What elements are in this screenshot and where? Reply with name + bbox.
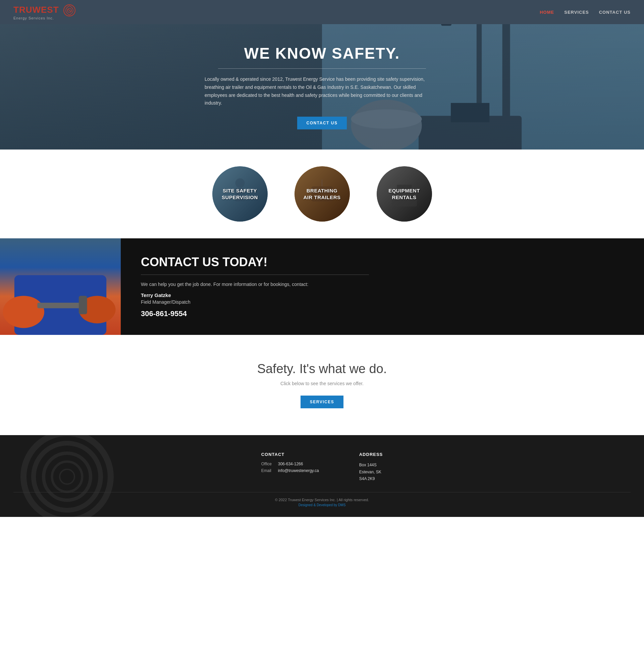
footer-address-1: Box 144S — [359, 462, 383, 468]
svg-rect-7 — [441, 24, 451, 26]
footer-address-2: Estevan, SK — [359, 469, 383, 475]
footer-address-heading: ADDRESS — [359, 452, 383, 457]
services-section: SITE SAFETYSUPERVISION BREATHINGAIR TRAI… — [0, 149, 644, 238]
svg-rect-4 — [477, 24, 482, 109]
footer-address-col: ADDRESS Box 144S Estevan, SK S4A 2K9 — [359, 452, 383, 482]
main-nav: HOME SERVICES CONTACT US — [540, 10, 631, 15]
tagline-section: Safety. It's what we do. Click below to … — [0, 335, 644, 435]
footer-dms-brand: DMS — [338, 503, 345, 507]
service-breathing[interactable]: BREATHINGAIR TRAILERS — [295, 166, 350, 222]
footer-copyright: © 2022 Truwest Energy Services Inc. | Al… — [13, 498, 631, 502]
contact-name: Terry Gatzke — [141, 292, 624, 298]
contact-content: CONTACT US TODAY! We can help you get th… — [121, 238, 644, 335]
logo: TRUWEST Energy Services Inc. — [13, 4, 76, 20]
service-safety-label: SITE SAFETYSUPERVISION — [222, 187, 258, 201]
worker-image — [0, 238, 121, 335]
nav-home[interactable]: HOME — [540, 10, 554, 15]
hero-body: Locally owned & operated since 2012, Tru… — [205, 75, 439, 107]
hero-content: WE KNOW SAFETY. Locally owned & operated… — [205, 44, 439, 130]
logo-text: TRUWEST — [13, 4, 76, 17]
nav-services[interactable]: SERVICES — [564, 10, 589, 15]
footer-designed-by: Designed & Developed by DMS — [13, 503, 631, 507]
contact-role: Field Manager/Dispatch — [141, 299, 624, 305]
svg-point-23 — [3, 296, 44, 328]
contact-image — [0, 238, 121, 335]
svg-rect-3 — [503, 24, 510, 122]
svg-rect-9 — [451, 103, 489, 122]
service-safety[interactable]: SITE SAFETYSUPERVISION — [212, 166, 268, 222]
svg-rect-26 — [79, 296, 87, 315]
footer-contact-col: CONTACT Office 306-634-1266 Email info@t… — [261, 452, 319, 482]
hero-heading: WE KNOW SAFETY. — [205, 44, 439, 62]
footer-office-row: Office 306-634-1266 — [261, 462, 319, 466]
footer: CONTACT Office 306-634-1266 Email info@t… — [0, 435, 644, 517]
footer-bottom: © 2022 Truwest Energy Services Inc. | Al… — [13, 492, 631, 507]
contact-divider — [141, 275, 369, 275]
services-button[interactable]: SERVICES — [301, 396, 343, 408]
service-equipment-label: EQUIPMENTRENTALS — [388, 187, 420, 201]
contact-section: CONTACT US TODAY! We can help you get th… — [0, 238, 644, 335]
logo-icon — [63, 4, 76, 17]
footer-email-row: Email info@truwestenergy.ca — [261, 468, 319, 473]
footer-office-value: 306-634-1266 — [278, 462, 303, 466]
hero-divider — [218, 68, 426, 69]
contact-phone: 306-861-9554 — [141, 310, 624, 318]
service-breathing-label: BREATHINGAIR TRAILERS — [304, 187, 341, 201]
service-equipment[interactable]: EQUIPMENTRENTALS — [377, 166, 432, 222]
hero-cta-button[interactable]: CONTACT US — [297, 117, 347, 130]
footer-office-label: Office — [261, 462, 275, 466]
footer-contact-heading: CONTACT — [261, 452, 319, 457]
contact-heading: CONTACT US TODAY! — [141, 255, 624, 269]
header: TRUWEST Energy Services Inc. HOME SERVIC… — [0, 0, 644, 24]
footer-email-label: Email — [261, 468, 275, 473]
footer-email-value: info@truwestenergy.ca — [278, 468, 319, 473]
footer-content: CONTACT Office 306-634-1266 Email info@t… — [13, 452, 631, 482]
contact-body: We can help you get the job done. For mo… — [141, 282, 624, 287]
footer-address-3: S4A 2K9 — [359, 475, 383, 482]
hero-section: WE KNOW SAFETY. Locally owned & operated… — [0, 24, 644, 149]
nav-contact[interactable]: CONTACT US — [599, 10, 631, 15]
tagline-heading: Safety. It's what we do. — [7, 362, 637, 376]
svg-rect-25 — [37, 303, 83, 308]
tagline-subtext: Click below to see the services we offer… — [7, 381, 637, 386]
